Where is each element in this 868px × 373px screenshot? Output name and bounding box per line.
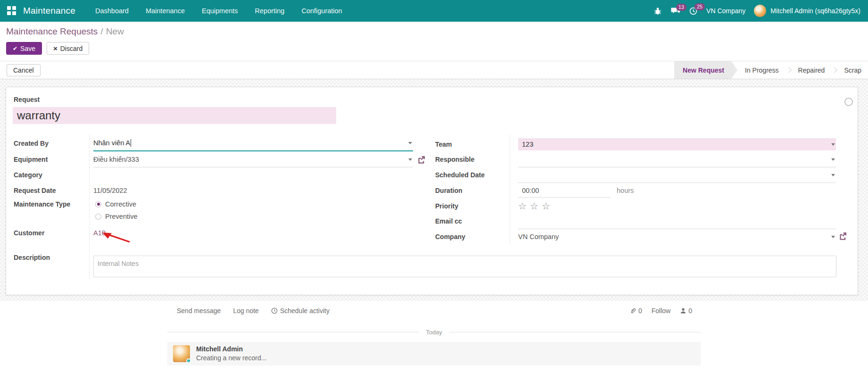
stage-new-request[interactable]: New Request	[674, 61, 737, 79]
field-row-customer: Customer A10	[14, 225, 413, 241]
breadcrumb-current: New	[106, 26, 124, 36]
maintenance-request-form: Request warranty Created By Nhân viên A …	[6, 87, 858, 295]
today-divider: Today	[167, 329, 701, 336]
team-input[interactable]: 123	[518, 138, 836, 150]
messages-badge: 13	[676, 4, 686, 11]
maintenance-app-window: Maintenance Dashboard Maintenance Equipm…	[0, 0, 868, 373]
statusbar-row: Cancel New Request In Progress Repaired …	[0, 61, 868, 79]
field-row-responsible: Responsible	[435, 151, 836, 167]
created-by-input[interactable]: Nhân viên A	[93, 135, 413, 151]
record-status-circle-icon[interactable]	[844, 98, 853, 106]
responsible-input[interactable]	[518, 151, 836, 167]
status-pipeline: New Request In Progress Repaired Scrap	[674, 61, 868, 79]
messages-icon[interactable]: 13	[670, 7, 680, 15]
stage-in-progress[interactable]: In Progress	[737, 61, 786, 79]
chevron-down-icon[interactable]	[831, 236, 835, 238]
clock-icon	[271, 307, 278, 314]
message-author-avatar[interactable]	[173, 345, 190, 362]
description-textarea[interactable]	[93, 256, 836, 277]
chatter: Send message Log note Schedule activity …	[0, 301, 868, 373]
radio-preventive[interactable]	[95, 214, 101, 220]
followers-count: 0	[688, 307, 692, 315]
nav-item-dashboard[interactable]: Dashboard	[95, 7, 129, 15]
star-icon[interactable]: ☆	[530, 200, 538, 212]
check-icon: ✔	[13, 45, 17, 52]
top-nav: Maintenance Dashboard Maintenance Equipm…	[0, 0, 868, 22]
online-status-dot	[186, 358, 191, 363]
user-menu[interactable]: Mitchell Admin (sq6ha26gty5x)	[754, 5, 860, 17]
star-icon[interactable]: ☆	[542, 200, 550, 212]
equipment-input[interactable]: Điều khiển/333	[93, 151, 413, 167]
equipment-external-link-icon[interactable]	[417, 156, 425, 166]
duration-suffix: hours	[617, 187, 634, 194]
message-body: Creating a new record...	[196, 354, 266, 362]
field-row-priority: Priority ☆ ☆ ☆	[435, 198, 836, 214]
chevron-down-icon[interactable]	[408, 158, 412, 161]
scheduled-date-input[interactable]	[518, 167, 836, 183]
nav-right-cluster: 13 25 VN Company Mitchell Admin (sq6ha26…	[653, 5, 868, 17]
company-external-link-icon[interactable]	[839, 232, 847, 242]
chevron-down-icon[interactable]	[831, 143, 835, 146]
text-cursor	[131, 139, 131, 147]
category-input[interactable]	[93, 167, 413, 183]
field-row-created-by: Created By Nhân viên A	[14, 135, 413, 151]
nav-item-configuration[interactable]: Configuration	[301, 7, 342, 15]
radio-corrective[interactable]	[95, 201, 101, 207]
chatter-toolbar: Send message Log note Schedule activity …	[167, 307, 701, 315]
company-switcher[interactable]: VN Company	[706, 7, 745, 15]
x-icon: ×	[53, 44, 58, 52]
save-button[interactable]: ✔ Save	[6, 42, 42, 55]
chevron-down-icon[interactable]	[831, 174, 835, 176]
field-row-email-cc: Email cc	[435, 213, 836, 229]
user-avatar	[754, 5, 766, 17]
chevron-down-icon[interactable]	[408, 142, 412, 144]
customer-link[interactable]: A10	[93, 229, 106, 237]
log-note-button[interactable]: Log note	[233, 307, 259, 315]
request-label: Request	[14, 96, 40, 103]
paperclip-icon	[629, 307, 637, 315]
sheet-background: Request warranty Created By Nhân viên A …	[0, 79, 868, 301]
nav-item-maintenance[interactable]: Maintenance	[146, 7, 185, 15]
star-icon[interactable]: ☆	[518, 200, 527, 212]
field-row-scheduled-date: Scheduled Date	[435, 167, 836, 183]
chevron-down-icon[interactable]	[831, 158, 835, 161]
cancel-button[interactable]: Cancel	[7, 64, 41, 76]
field-row-team: Team 123	[435, 136, 836, 152]
field-row-company: Company VN Company	[435, 229, 836, 245]
company-input[interactable]: VN Company	[518, 229, 836, 245]
user-name: Mitchell Admin (sq6ha26gty5x)	[770, 7, 860, 15]
control-band: Maintenance Requests/New ✔ Save × Discar…	[0, 22, 868, 61]
breadcrumb-separator: /	[100, 26, 103, 36]
attachments-button[interactable]: 0	[629, 307, 642, 315]
followers-button[interactable]: 0	[680, 307, 692, 315]
send-message-button[interactable]: Send message	[177, 307, 221, 315]
priority-stars: ☆ ☆ ☆	[518, 200, 550, 212]
follow-button[interactable]: Follow	[652, 307, 670, 315]
field-row-maintenance-type: Maintenance Type Corrective	[14, 198, 413, 210]
apps-menu-icon[interactable]	[7, 6, 17, 16]
message-author[interactable]: Mitchell Admin	[196, 345, 266, 353]
discard-button[interactable]: × Discard	[47, 42, 89, 55]
field-row-equipment: Equipment Điều khiển/333	[14, 151, 413, 167]
schedule-activity-button[interactable]: Schedule activity	[271, 307, 330, 315]
email-cc-input[interactable]	[518, 213, 836, 229]
record-actions: ✔ Save × Discard	[6, 42, 868, 55]
request-date-input[interactable]: 11/05/2022	[93, 182, 413, 199]
breadcrumb: Maintenance Requests/New	[6, 26, 868, 37]
breadcrumb-parent-link[interactable]: Maintenance Requests	[6, 26, 98, 36]
field-row-duration: Duration 00:00 hours	[435, 182, 836, 199]
stage-scrap[interactable]: Scrap	[836, 61, 868, 79]
person-icon	[680, 307, 686, 314]
request-name-input[interactable]: warranty	[13, 107, 336, 124]
nav-item-reporting[interactable]: Reporting	[255, 7, 285, 15]
activities-clock-icon[interactable]: 25	[689, 7, 698, 16]
debug-bug-icon[interactable]	[653, 7, 662, 16]
nav-item-equipments[interactable]: Equipments	[202, 7, 238, 15]
duration-input[interactable]: 00:00	[518, 183, 610, 198]
field-row-request-date: Request Date 11/05/2022	[14, 182, 413, 199]
radio-corrective-label[interactable]: Corrective	[105, 200, 136, 208]
app-name[interactable]: Maintenance	[23, 6, 75, 16]
radio-preventive-label[interactable]: Preventive	[105, 213, 138, 220]
field-row-maintenance-type-2: Preventive	[14, 210, 413, 223]
stage-repaired[interactable]: Repaired	[791, 61, 833, 79]
